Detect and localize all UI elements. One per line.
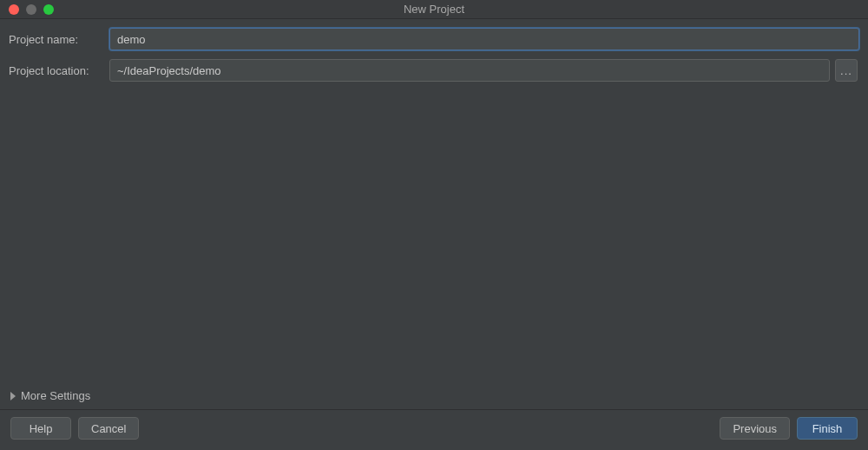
finish-button[interactable]: Finish (797, 417, 858, 440)
project-location-input[interactable] (109, 59, 830, 82)
window-controls (0, 4, 54, 15)
chevron-right-icon (10, 392, 16, 400)
help-button[interactable]: Help (10, 417, 71, 440)
cancel-button[interactable]: Cancel (78, 417, 139, 440)
zoom-window-icon[interactable] (43, 4, 54, 15)
browse-location-button[interactable]: ... (835, 59, 858, 82)
titlebar: New Project (0, 0, 868, 19)
more-settings-label: More Settings (21, 389, 90, 402)
project-form: Project name: Project location: ... (0, 19, 868, 82)
close-window-icon[interactable] (9, 4, 19, 15)
minimize-window-icon[interactable] (26, 4, 36, 15)
dialog-footer: Help Cancel Previous Finish (0, 409, 868, 450)
window-title: New Project (0, 3, 868, 16)
more-settings-toggle[interactable]: More Settings (0, 384, 868, 409)
content-spacer (0, 82, 868, 384)
ellipsis-icon: ... (840, 64, 852, 77)
project-name-label: Project name: (9, 33, 104, 46)
project-name-input[interactable] (109, 28, 859, 50)
project-location-label: Project location: (9, 64, 104, 77)
previous-button[interactable]: Previous (720, 417, 790, 440)
